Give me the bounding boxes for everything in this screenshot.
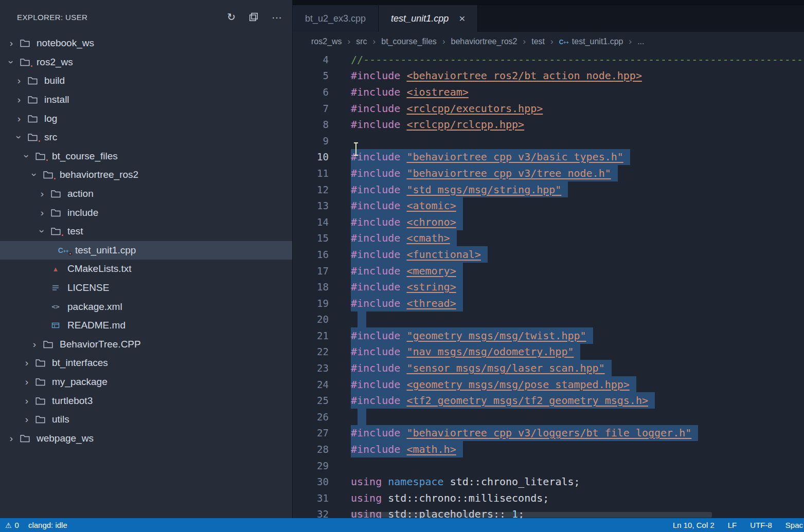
- main-area: EXPLORER: USER ↻ ··· ›notebook_ws›ros2_w…: [0, 0, 804, 518]
- code-token: <behaviortree_ros2/bt_action_node.hpp>: [406, 69, 642, 82]
- tab-test_unit1.cpp[interactable]: test_unit1.cpp×: [379, 5, 478, 32]
- code-line-11[interactable]: 11#include "behaviortree_cpp_v3/tree_nod…: [293, 165, 804, 181]
- tab-label: bt_u2_ex3.cpp: [305, 13, 366, 24]
- code-line-24[interactable]: 24#include <geometry_msgs/msg/pose_stamp…: [293, 376, 804, 393]
- breadcrumb-item-test_unit1.cpp[interactable]: C++test_unit1.cpp: [559, 37, 623, 46]
- encoding-indicator[interactable]: UTF-8: [750, 521, 772, 529]
- more-actions-icon[interactable]: ···: [272, 12, 282, 22]
- code-line-12[interactable]: 12#include "std_msgs/msg/string.hpp": [293, 181, 804, 198]
- horizontal-scrollbar[interactable]: [351, 512, 712, 518]
- tree-item-label: build: [44, 75, 65, 86]
- code-line-9[interactable]: 9: [293, 133, 804, 149]
- tree-file-test_unit1.cpp[interactable]: ›C++test_unit1.cpp: [0, 241, 292, 260]
- editor[interactable]: 4//-------------------------------------…: [293, 51, 804, 518]
- breadcrumb-item-ros2_ws[interactable]: ros2_ws: [311, 37, 342, 46]
- code-line-7[interactable]: 7#include <rclcpp/executors.hpp>: [293, 100, 804, 117]
- tree-folder-test[interactable]: ›test: [0, 222, 292, 241]
- code-token: [400, 362, 406, 374]
- code-line-4[interactable]: 4//-------------------------------------…: [293, 51, 804, 68]
- tree-folder-webpage_ws[interactable]: ›webpage_ws: [0, 429, 292, 448]
- code-token: #include: [351, 86, 400, 98]
- breadcrumb-item-bt_course_files[interactable]: bt_course_files: [381, 37, 437, 46]
- tree-file-README.md[interactable]: ›README.md: [0, 316, 292, 335]
- code-line-26[interactable]: 26: [293, 409, 804, 425]
- tree-folder-action[interactable]: ›action: [0, 185, 292, 204]
- tree-folder-utils[interactable]: ›utils: [0, 410, 292, 429]
- line-number: 25: [293, 392, 329, 409]
- tree-item-label: ros2_ws: [37, 57, 73, 68]
- code-line-16[interactable]: 16#include <functional>: [293, 246, 804, 263]
- code-line-22[interactable]: 22#include "nav_msgs/msg/odometry.hpp": [293, 344, 804, 360]
- code-line-25[interactable]: 25#include <tf2_geometry_msgs/tf2_geomet…: [293, 392, 804, 409]
- indent-indicator[interactable]: Spac: [785, 521, 803, 529]
- chevron-right-icon: ›: [36, 207, 48, 218]
- tree-folder-build[interactable]: ›build: [0, 71, 292, 90]
- code-line-6[interactable]: 6#include <iostream>: [293, 84, 804, 100]
- line-number: 7: [293, 100, 329, 117]
- chevron-right-icon: ›: [21, 357, 33, 369]
- breadcrumb-item-src[interactable]: src: [356, 37, 367, 46]
- folder-icon: [25, 133, 40, 141]
- code-line-20[interactable]: 20: [293, 311, 804, 328]
- line-number: 23: [293, 360, 329, 376]
- breadcrumb-item-test[interactable]: test: [531, 37, 545, 46]
- code-line-14[interactable]: 14#include <chrono>: [293, 214, 804, 230]
- code-line-23[interactable]: 23#include "sensor_msgs/msg/laser_scan.h…: [293, 360, 804, 376]
- code-line-30[interactable]: 30using namespace std::chrono_literals;: [293, 473, 804, 490]
- line-content: #include <iostream>: [351, 84, 469, 100]
- line-number: 21: [293, 327, 329, 344]
- line-content: //--------------------------------------…: [351, 51, 804, 68]
- tree-folder-notebook_ws[interactable]: ›notebook_ws: [0, 34, 292, 53]
- new-window-icon[interactable]: [249, 12, 258, 22]
- cursor-position[interactable]: Ln 10, Col 2: [673, 521, 714, 529]
- code-line-28[interactable]: 28#include <math.h>: [293, 441, 804, 457]
- code-token: "std_msgs/msg/string.hpp": [406, 184, 561, 196]
- tree-file-CMakeLists.txt[interactable]: ›▲CMakeLists.txt: [0, 260, 292, 279]
- tree-folder-turtlebot3[interactable]: ›turtlebot3: [0, 391, 292, 410]
- code-line-27[interactable]: 27#include "behaviortree_cpp_v3/loggers/…: [293, 425, 804, 442]
- refresh-icon[interactable]: ↻: [227, 12, 236, 22]
- tree-folder-bt_interfaces[interactable]: ›bt_interfaces: [0, 354, 292, 373]
- folder-icon: [17, 58, 32, 66]
- problems-indicator[interactable]: ⚠ 0: [5, 521, 19, 529]
- code-line-21[interactable]: 21#include "geometry_msgs/msg/twist.hpp": [293, 327, 804, 344]
- code-token: <thread>: [406, 297, 456, 309]
- code-line-15[interactable]: 15#include <cmath>: [293, 230, 804, 247]
- code-line-29[interactable]: 29: [293, 457, 804, 474]
- breadcrumb-label: ...: [637, 37, 644, 46]
- code-line-17[interactable]: 17#include <memory>: [293, 263, 804, 279]
- code-token: [400, 265, 406, 277]
- code-line-10[interactable]: 10#include "behaviortree_cpp_v3/basic_ty…: [293, 149, 804, 166]
- code-line-18[interactable]: 18#include <string>: [293, 279, 804, 295]
- clangd-status[interactable]: clangd: idle: [28, 521, 67, 529]
- tree-folder-include[interactable]: ›include: [0, 203, 292, 222]
- eol-indicator[interactable]: LF: [728, 521, 737, 529]
- tree-folder-my_package[interactable]: ›my_package: [0, 373, 292, 392]
- tree-folder-bt_course_files[interactable]: ›bt_course_files: [0, 147, 292, 166]
- code-line-19[interactable]: 19#include <thread>: [293, 295, 804, 311]
- tree-file-LICENSE[interactable]: ›LICENSE: [0, 279, 292, 298]
- breadcrumb-separator: ›: [373, 36, 376, 47]
- tab-bt_u2_ex3.cpp[interactable]: bt_u2_ex3.cpp: [293, 5, 379, 32]
- code-line-8[interactable]: 8#include <rclcpp/rclcpp.hpp>: [293, 116, 804, 133]
- code-line-5[interactable]: 5#include <behaviortree_ros2/bt_action_n…: [293, 68, 804, 84]
- code-line-31[interactable]: 31using std::chrono::milliseconds;: [293, 490, 804, 506]
- breadcrumb-separator: ›: [442, 36, 445, 47]
- breadcrumb-item-behaviortree_ros2[interactable]: behaviortree_ros2: [451, 37, 517, 46]
- tree-item-label: bt_interfaces: [52, 357, 108, 369]
- tree-folder-BehaviorTree.CPP[interactable]: ›BehaviorTree.CPP: [0, 335, 292, 354]
- code-line-13[interactable]: 13#include <atomic>: [293, 197, 804, 214]
- tree-folder-install[interactable]: ›install: [0, 90, 292, 109]
- tree-folder-src[interactable]: ›src: [0, 128, 292, 147]
- folder-icon: [17, 434, 32, 443]
- tree-folder-log[interactable]: ›log: [0, 109, 292, 128]
- code-token: "behaviortree_cpp_v3/loggers/bt_file_log…: [406, 427, 691, 439]
- folder-icon: [33, 152, 47, 160]
- folder-icon: [48, 227, 63, 235]
- tree-folder-ros2_ws[interactable]: ›ros2_ws: [0, 53, 292, 72]
- tree-folder-behaviortree_ros2[interactable]: ›behaviortree_ros2: [0, 166, 292, 185]
- close-icon[interactable]: ×: [459, 12, 465, 25]
- modified-dot: [45, 158, 49, 162]
- tree-file-package.xml[interactable]: ›<>package.xml: [0, 297, 292, 316]
- breadcrumb-item-...[interactable]: ...: [637, 37, 644, 46]
